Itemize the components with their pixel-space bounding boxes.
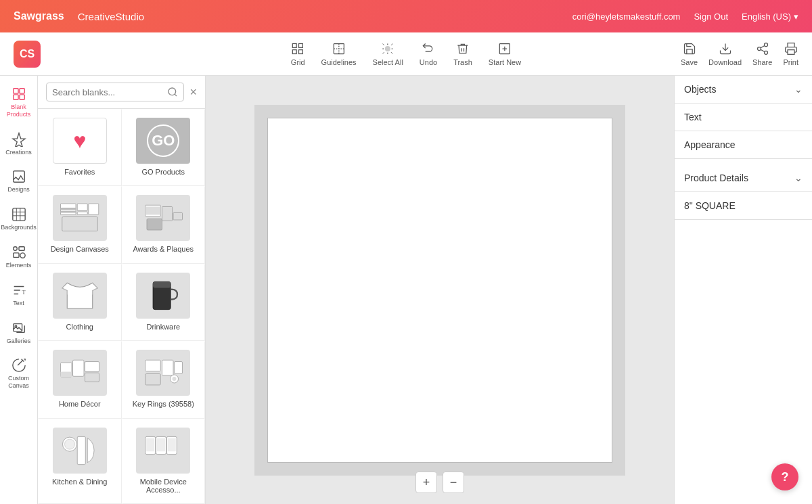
svg-rect-55 [145, 374, 161, 386]
svg-rect-39 [62, 217, 98, 231]
toolbar-actions: Save Download Share [681, 42, 798, 66]
svg-rect-53 [162, 360, 174, 375]
list-item[interactable]: Awards & Plaques [122, 186, 206, 263]
awards-thumb [143, 201, 183, 235]
list-item[interactable]: Kitchen & Dining [38, 419, 122, 504]
svg-point-59 [64, 439, 74, 449]
start-new-icon [498, 42, 512, 55]
item-thumbnail [136, 428, 190, 474]
blank-products-icon [12, 87, 26, 101]
sidebar-item-text[interactable]: T Text [0, 277, 37, 313]
item-thumbnail: GO [136, 118, 190, 164]
objects-section-header[interactable]: Objects ⌄ [675, 76, 812, 104]
svg-rect-26 [13, 253, 18, 257]
svg-point-31 [168, 88, 176, 95]
trash-label: Trash [453, 58, 472, 66]
go-logo: GO [147, 124, 179, 157]
item-thumbnail [136, 195, 190, 241]
item-label: Kitchen & Dining [52, 478, 107, 486]
list-item[interactable]: Key Rings (39558) [122, 341, 206, 418]
item-label: Awards & Plaques [133, 245, 194, 253]
share-tool[interactable]: Share [752, 42, 772, 66]
undo-tool[interactable]: Undo [420, 42, 437, 66]
svg-rect-52 [145, 360, 161, 371]
appearance-section-header[interactable]: Appearance [675, 131, 812, 159]
sidebar-item-backgrounds[interactable]: Backgrounds [0, 202, 37, 237]
grid-tool[interactable]: Grid [291, 42, 305, 66]
elements-icon [12, 245, 26, 260]
select-all-tool[interactable]: Select All [373, 42, 403, 66]
search-input[interactable] [52, 87, 167, 97]
sidebar-item-galleries[interactable]: Galleries [0, 315, 37, 350]
chevron-down-icon: ⌄ [794, 173, 803, 183]
svg-rect-35 [60, 211, 76, 213]
sidebar-item-label: Elements [6, 262, 32, 269]
product-details-section-header[interactable]: Product Details ⌄ [675, 164, 812, 192]
list-item[interactable]: Home Décor [38, 341, 122, 418]
search-wrapper [46, 83, 184, 101]
item-label: Mobile Device Accesso... [128, 478, 200, 494]
svg-rect-2 [293, 49, 297, 53]
svg-point-7 [386, 46, 390, 51]
download-tool[interactable]: Download [708, 42, 742, 66]
save-tool[interactable]: Save [681, 42, 698, 66]
svg-rect-66 [168, 438, 176, 451]
sidebar-item-designs[interactable]: Designs [0, 164, 37, 199]
text-section-header[interactable]: Text [675, 104, 812, 131]
clothing-thumb [60, 279, 100, 313]
list-item[interactable]: GO GO Products [122, 109, 206, 186]
close-panel-button[interactable]: × [189, 86, 197, 98]
guidelines-icon [332, 42, 346, 55]
zoom-in-button[interactable]: + [415, 472, 437, 493]
svg-rect-37 [77, 212, 87, 215]
zoom-out-button[interactable]: − [443, 472, 464, 493]
sidebar-item-elements[interactable]: Elements [0, 239, 37, 275]
product-details-label: Product Details [684, 173, 748, 183]
left-panel: × ♥ Favorites GO GO Products [38, 76, 206, 504]
svg-rect-50 [85, 362, 99, 372]
guidelines-tool[interactable]: Guidelines [321, 42, 357, 66]
svg-rect-42 [162, 207, 173, 221]
list-item[interactable]: Mobile Device Accesso... [122, 419, 206, 504]
sidebar-item-label: Custom Canvas [3, 375, 35, 390]
galleries-icon [12, 321, 26, 336]
start-new-tool[interactable]: Start New [489, 42, 521, 66]
svg-rect-18 [13, 89, 18, 93]
sign-out-button[interactable]: Sign Out [694, 12, 728, 22]
item-thumbnail [136, 350, 190, 396]
designs-icon [12, 169, 26, 184]
heart-icon: ♥ [73, 129, 86, 154]
svg-rect-64 [157, 438, 165, 451]
help-button[interactable]: ? [771, 463, 798, 490]
print-label: Print [783, 58, 798, 66]
list-item[interactable]: Design Canvases [38, 186, 122, 263]
list-item[interactable]: Clothing [38, 264, 122, 341]
list-item[interactable]: ♥ Favorites [38, 109, 122, 186]
sidebar-item-creations[interactable]: Creations [0, 127, 37, 162]
objects-label: Objects [684, 84, 716, 95]
canvas-area: + − [206, 76, 674, 504]
print-tool[interactable]: Print [783, 42, 798, 66]
svg-rect-60 [77, 436, 85, 464]
kitchen-thumb [60, 434, 100, 467]
svg-rect-23 [12, 208, 24, 221]
share-icon [756, 42, 769, 55]
item-label: Home Décor [59, 400, 101, 408]
download-label: Download [708, 58, 742, 66]
canvas-surface[interactable] [267, 118, 612, 463]
select-all-label: Select All [373, 58, 403, 66]
user-email: cori@heyletsmakestuff.com [572, 12, 681, 22]
undo-icon [422, 42, 435, 55]
language-selector[interactable]: English (US) ▾ [742, 12, 798, 22]
top-nav-left: Sawgrass CreativeStudio [14, 10, 144, 22]
list-item[interactable]: Drinkware [122, 264, 206, 341]
mobile-thumb [143, 434, 183, 467]
sidebar-item-label: Designs [7, 186, 30, 193]
sidebar-item-custom-canvas[interactable]: Custom Canvas [0, 352, 37, 395]
trash-tool[interactable]: Trash [453, 42, 472, 66]
svg-rect-54 [175, 362, 183, 374]
svg-line-16 [761, 45, 765, 47]
svg-rect-19 [19, 89, 24, 93]
product-size-value: 8" SQUARE [675, 192, 812, 220]
sidebar-item-blank-products[interactable]: Blank Products [0, 81, 37, 124]
